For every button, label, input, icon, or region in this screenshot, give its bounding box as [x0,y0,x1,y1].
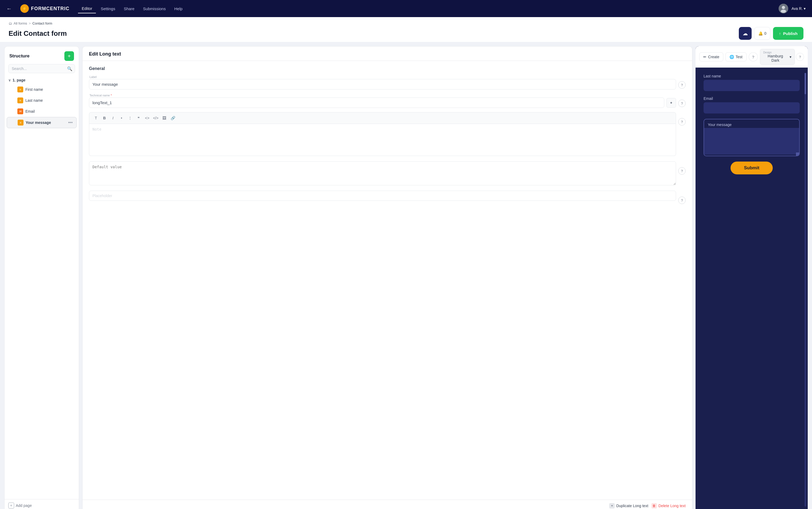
default-value-group: ? [89,161,686,186]
add-page-icon: + [8,503,14,508]
preview-submit-wrap: Submit [704,162,800,174]
help-icon-2: ? [681,101,683,105]
username[interactable]: Ava R. ▾ [791,6,806,11]
label-help-button[interactable]: ? [678,81,686,89]
edit-panel-footer: + Duplicate Long text 🗑 Delete Long text [82,500,692,509]
create-button[interactable]: ✏ Create [699,52,723,61]
placeholder-input[interactable] [89,191,676,201]
preview-yourmessage-group: Your message [704,119,800,156]
duplicate-button[interactable]: + Duplicate Long text [609,503,648,508]
create-icon: ✏ [703,55,707,59]
page-row[interactable]: ∨ 1. page [4,76,79,84]
publish-label: Publish [783,31,798,36]
nav-settings[interactable]: Settings [97,4,119,13]
toolbar-image[interactable]: 🖼 [161,114,168,122]
techname-group: Technical name * ✦ ? [89,94,686,108]
note-group: T B I • ⋮ ❝ <> </> 🖼 🔗 [89,112,686,157]
structure-tree: ∨ 1. page ≡ First name ≡ Last name ✉ Ema… [4,76,79,499]
structure-panel: Structure + 🔍 ∨ 1. page ≡ First name ≡ L… [4,46,79,509]
page-actions: ☁ 🔔 0 ↑ Publish [739,27,804,40]
tech-wand-button[interactable]: ✦ [667,98,676,108]
help-icon-5: ? [681,198,683,202]
techname-help-button[interactable]: ? [678,100,686,107]
topnav-right: Ava R. ▾ [779,4,806,13]
toolbar-quote[interactable]: ❝ [135,114,142,122]
design-help-icon: ? [799,55,801,59]
techname-input[interactable] [89,98,664,108]
field-options-icon[interactable]: ••• [68,120,73,125]
page-title: Edit Contact form [8,29,67,38]
note-help-button[interactable]: ? [678,118,686,126]
nav-share[interactable]: Share [120,4,138,13]
toolbar-code-block[interactable]: </> [152,114,159,122]
help-circle-icon: ? [752,55,754,59]
placeholder-inner [89,191,676,201]
logo-icon: ⚡ [20,4,29,13]
delete-button[interactable]: 🗑 Delete Long text [651,503,686,508]
preview-help-button[interactable]: ? [749,52,758,61]
section-general: General [89,66,686,71]
toolbar-italic[interactable]: I [109,114,116,122]
nav-help[interactable]: Help [170,4,186,13]
scrollbar-thumb [805,73,806,94]
toolbar-link[interactable]: 🔗 [169,114,176,122]
field-label-email: Email [25,109,35,113]
toolbar-code[interactable]: <> [144,114,150,122]
techname-inner: Technical name * ✦ [89,94,676,108]
field-item-lastname[interactable]: ≡ Last name [7,95,77,106]
add-field-button[interactable]: + [64,51,74,61]
field-icon-email: ✉ [18,108,23,114]
label-input[interactable] [89,79,676,90]
field-item-yourmessage[interactable]: ➜ ≡ Your message ••• [7,117,77,128]
design-dropdown[interactable]: Design Hamburg Dark ▾ [760,49,795,65]
back-button[interactable]: ← [6,6,12,12]
logo: ⚡ FORMCENTRIC [20,4,69,13]
edit-panel-header: Edit Long text [82,46,692,61]
create-label: Create [708,55,719,59]
preview-yourmessage-textarea[interactable] [704,128,799,155]
test-button[interactable]: 🌐 Test [725,52,747,61]
svg-point-2 [781,10,786,13]
submit-button[interactable]: Submit [731,162,773,174]
default-textarea[interactable] [89,161,676,185]
help-icon-3: ? [681,120,683,124]
add-page-button[interactable]: + Add page [8,503,32,508]
toolbar-ordered[interactable]: ⋮ [127,114,134,122]
breadcrumb-separator: > [29,21,31,25]
toolbar-heading[interactable]: T [93,114,99,122]
field-label-firstname: First name [25,87,43,92]
field-label-lastname: Last name [25,98,43,103]
techname-row: Technical name * ✦ ? [89,94,686,108]
publish-button[interactable]: ↑ Publish [773,27,804,40]
default-help-button[interactable]: ? [678,167,686,175]
cloud-button[interactable]: ☁ [739,27,752,40]
note-textarea[interactable] [89,124,676,156]
design-select: Design Hamburg Dark ▾ ? [760,49,804,65]
design-help-button[interactable]: ? [796,53,804,61]
breadcrumb-current: Contact form [32,21,52,25]
structure-header: Structure + [4,46,79,64]
label-field-label: Label [89,75,676,78]
duplicate-icon: + [609,503,615,508]
preview-lastname-input[interactable] [704,80,800,91]
bell-button[interactable]: 🔔 0 [754,27,771,40]
placeholder-help-button[interactable]: ? [678,197,686,204]
toolbar-bullet[interactable]: • [118,114,125,122]
default-inner [89,161,676,186]
field-icon-firstname: ≡ [18,87,23,92]
back-icon: ← [6,6,12,12]
nav-editor[interactable]: Editor [78,4,96,13]
field-item-firstname[interactable]: ≡ First name [7,84,77,95]
toolbar-bold[interactable]: B [101,114,108,122]
page-label: 1. page [12,78,25,82]
nav-submissions[interactable]: Submissions [139,4,169,13]
search-input[interactable] [8,64,75,73]
structure-title: Structure [9,54,30,59]
help-icon: ? [681,83,683,87]
delete-label: Delete Long text [658,504,686,508]
breadcrumb: 🗂 All forms > Contact form [8,21,804,25]
preview-email-input[interactable] [704,102,800,113]
label-inner: Label [89,75,676,90]
breadcrumb-all-forms[interactable]: All forms [13,21,27,25]
field-item-email[interactable]: ✉ Email [7,106,77,117]
